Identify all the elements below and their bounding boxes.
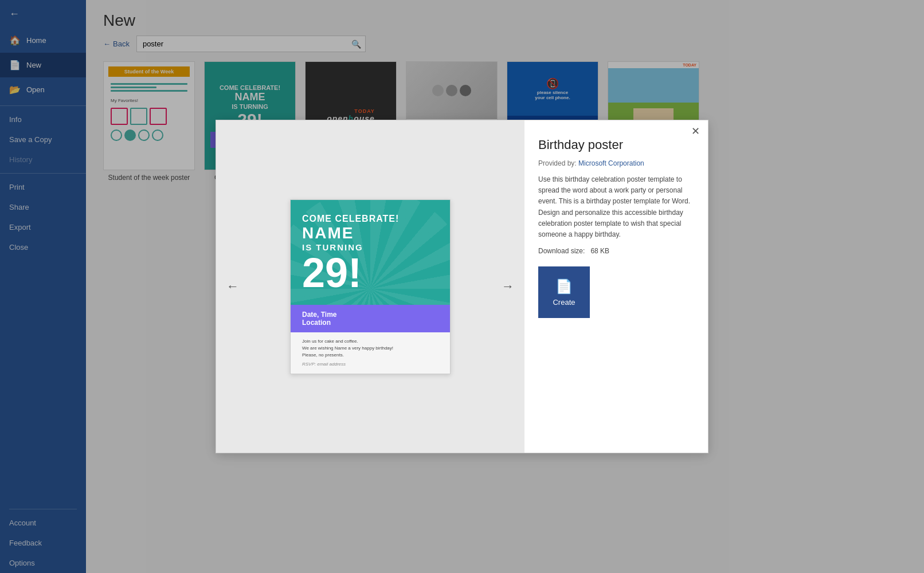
poster-teal-section: COME CELEBRATE! NAME IS TURNING 29! (291, 200, 450, 305)
modal-next-button[interactable]: → (496, 273, 520, 300)
poster-location: Location (302, 319, 438, 327)
poster-body-line2: We are wishing Name a very happy birthda… (302, 345, 438, 352)
modal-close-icon: ✕ (691, 125, 700, 137)
download-size-value: 68 KB (590, 247, 609, 255)
create-label: Create (553, 298, 575, 307)
poster-name: NAME (302, 224, 438, 242)
modal-provider-link[interactable]: Microsoft Corporation (578, 159, 644, 167)
poster-white-section: Join us for cake and coffee. We are wish… (291, 332, 450, 374)
create-icon: 📄 (555, 278, 573, 295)
modal-download-size: Download size: 68 KB (538, 247, 694, 255)
modal-left-panel: ← COME CELEBRATE! NAME IS TURNING 29! Da… (216, 120, 524, 453)
modal-overlay[interactable]: ✕ ← COME CELEBRATE! NAME IS TURNING 29! … (0, 0, 924, 573)
poster-come-celebrate: COME CELEBRATE! (302, 214, 438, 224)
modal-right-panel: Birthday poster Provided by: Microsoft C… (524, 120, 708, 453)
poster-rsvp: RSVP: email address (302, 361, 438, 368)
poster-body-line3: Please, no presents. (302, 352, 438, 359)
poster-date-time: Date, Time (302, 311, 438, 319)
poster-age: 29! (302, 252, 438, 293)
poster-purple-section: Date, Time Location (291, 305, 450, 332)
poster-body-line1: Join us for cake and coffee. (302, 338, 438, 345)
next-icon: → (502, 279, 514, 293)
modal-provider-label: Provided by: (538, 159, 577, 167)
modal-close-button[interactable]: ✕ (691, 126, 700, 136)
modal-dialog: ✕ ← COME CELEBRATE! NAME IS TURNING 29! … (216, 120, 708, 453)
prev-icon: ← (226, 279, 239, 293)
download-label: Download size: (538, 247, 585, 255)
poster-preview: COME CELEBRATE! NAME IS TURNING 29! Date… (290, 199, 451, 374)
modal-description: Use this birthday celebration poster tem… (538, 174, 694, 240)
create-button[interactable]: 📄 Create (538, 266, 590, 318)
modal-title: Birthday poster (538, 138, 694, 152)
modal-prev-button[interactable]: ← (221, 273, 245, 300)
modal-provider: Provided by: Microsoft Corporation (538, 159, 694, 167)
